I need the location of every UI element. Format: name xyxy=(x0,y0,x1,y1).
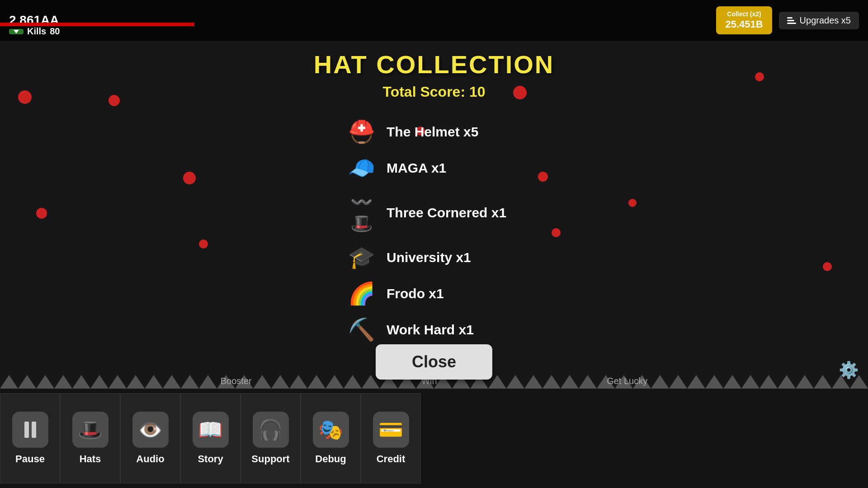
toolbar-hats[interactable]: 🎩 Hats xyxy=(60,393,120,483)
bar-chart-icon xyxy=(787,17,796,24)
arrow-down-icon xyxy=(14,30,19,33)
debug-icon: 🎭 xyxy=(313,412,349,448)
subtitle-value: 10 xyxy=(469,84,486,100)
university-name: University x1 xyxy=(387,250,522,265)
kills-display: Kills 80 xyxy=(9,26,60,37)
credit-icon: 💳 xyxy=(373,412,409,448)
debug-label: Debug xyxy=(315,453,346,465)
hat-item-maga: 🧢 MAGA x1 xyxy=(276,150,592,186)
kills-label: Kills xyxy=(27,26,46,37)
hat-item-helmet: ⛑️ The Helmet x5 xyxy=(276,114,592,150)
upgrade-label: Upgrades x5 xyxy=(800,15,851,26)
hats-icon: 🎩 xyxy=(72,412,108,448)
university-icon: 🎓 xyxy=(346,245,377,270)
hat-item-university: 🎓 University x1 xyxy=(276,239,592,276)
credit-label: Credit xyxy=(377,453,406,465)
pause-icon xyxy=(12,412,48,448)
hud-top-bar: 2.861AA Kills 80 Collect (x2) 25.451B Up… xyxy=(0,0,868,41)
modal-inner: HAT COLLECTION Total Score: 10 ⛑️ The He… xyxy=(276,50,592,348)
toolbar-story[interactable]: 📖 Story xyxy=(180,393,241,483)
maga-icon: 🧢 xyxy=(346,155,377,181)
work-hard-name: Work Hard x1 xyxy=(387,322,522,338)
story-icon: 📖 xyxy=(193,412,229,448)
work-hard-icon: ⛏️ xyxy=(346,317,377,343)
collect-button[interactable]: Collect (x2) 25.451B xyxy=(716,6,772,35)
modal-title: HAT COLLECTION xyxy=(276,50,592,79)
kills-value: 80 xyxy=(50,26,60,37)
close-button-container: Close xyxy=(376,344,492,380)
support-label: Support xyxy=(251,453,289,465)
hat-item-work-hard: ⛏️ Work Hard x1 xyxy=(276,312,592,348)
toolbar-debug[interactable]: 🎭 Debug xyxy=(301,393,361,483)
upgrade-display: Upgrades x5 xyxy=(779,12,859,29)
pause-bar-left xyxy=(24,422,29,438)
hat-list: ⛑️ The Helmet x5 🧢 MAGA x1 〰️🎩 Three Cor… xyxy=(276,114,592,348)
frodo-icon: 🌈 xyxy=(346,281,377,306)
hat-item-frodo: 🌈 Frodo x1 xyxy=(276,276,592,312)
three-cornered-icon: 〰️🎩 xyxy=(346,192,377,234)
toolbar-pause[interactable]: Pause xyxy=(0,393,60,483)
three-cornered-name: Three Cornered x1 xyxy=(387,205,522,221)
bottom-toolbar: Pause 🎩 Hats 👁️ Audio 📖 Story 🎧 Support … xyxy=(0,389,868,488)
audio-label: Audio xyxy=(136,453,164,465)
hud-right-controls: Collect (x2) 25.451B Upgrades x5 xyxy=(716,0,859,41)
pause-label: Pause xyxy=(15,453,45,465)
collect-value: 25.451B xyxy=(725,19,763,30)
modal-subtitle: Total Score: 10 xyxy=(276,84,592,100)
support-icon: 🎧 xyxy=(253,412,289,448)
toolbar-support[interactable]: 🎧 Support xyxy=(241,393,301,483)
helmet-icon: ⛑️ xyxy=(346,119,377,145)
audio-icon: 👁️ xyxy=(132,412,169,448)
collect-label: Collect (x2) xyxy=(725,10,763,18)
helmet-name: The Helmet x5 xyxy=(387,124,522,140)
toolbar-audio[interactable]: 👁️ Audio xyxy=(120,393,180,483)
hat-item-three-cornered: 〰️🎩 Three Cornered x1 xyxy=(276,186,592,239)
progress-bar xyxy=(0,23,194,26)
frodo-name: Frodo x1 xyxy=(387,286,522,301)
kills-badge xyxy=(9,29,24,34)
pause-icon-bars xyxy=(24,422,36,438)
hud-score-display: 2.861AA Kills 80 xyxy=(9,13,59,28)
hats-label: Hats xyxy=(80,453,101,465)
pause-bar-right xyxy=(32,422,36,438)
close-button[interactable]: Close xyxy=(376,344,492,380)
hat-collection-modal: HAT COLLECTION Total Score: 10 ⛑️ The He… xyxy=(0,41,868,389)
story-label: Story xyxy=(198,453,223,465)
subtitle-label: Total Score: xyxy=(382,84,465,100)
toolbar-credit[interactable]: 💳 Credit xyxy=(361,393,421,483)
maga-name: MAGA x1 xyxy=(387,160,522,176)
